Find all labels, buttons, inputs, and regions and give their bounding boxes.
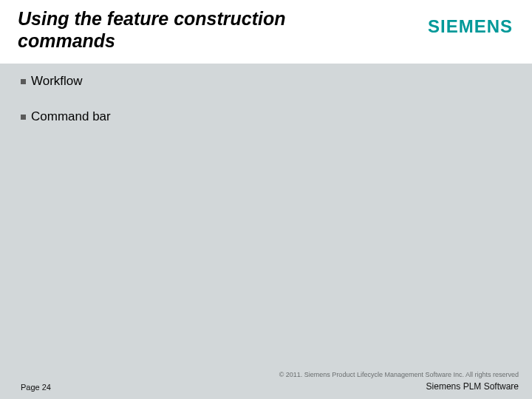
footer: © 2011. Siemens Product Lifecycle Manage… [0, 364, 532, 399]
slide: Using the feature construction commands … [0, 0, 532, 399]
list-item: Workflow [21, 74, 511, 89]
slide-title: Using the feature construction commands [18, 7, 328, 52]
bullet-text: Command bar [31, 109, 111, 124]
page-number: Page 24 [21, 383, 51, 392]
square-bullet-icon [21, 115, 26, 120]
content-area: Workflow Command bar [21, 74, 511, 145]
bullet-text: Workflow [31, 74, 83, 89]
list-item: Command bar [21, 109, 511, 124]
copyright-text: © 2011. Siemens Product Lifecycle Manage… [279, 371, 519, 378]
footer-brand: Siemens PLM Software [426, 381, 519, 392]
square-bullet-icon [21, 79, 26, 84]
title-bar: Using the feature construction commands … [0, 0, 532, 64]
siemens-logo: SIEMENS [428, 16, 513, 37]
